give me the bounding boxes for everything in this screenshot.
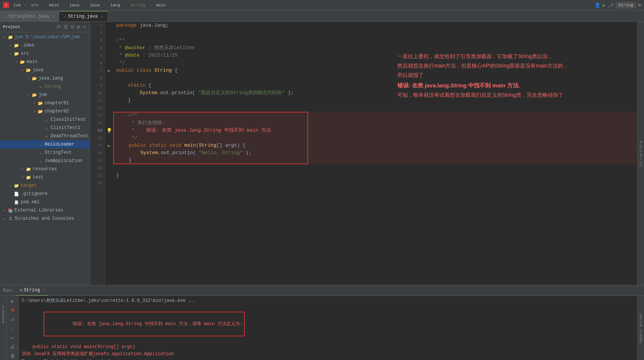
tree-item-classinit[interactable]: ☕ ClassInitTest bbox=[0, 116, 90, 124]
linenum-21: 21 bbox=[97, 172, 102, 179]
tree-item-target[interactable]: 📁 target bbox=[0, 182, 90, 190]
gutter-10 bbox=[105, 89, 113, 97]
gutter-21 bbox=[105, 172, 113, 179]
tree-item-extlibs[interactable]: 📚 External Libraries bbox=[0, 206, 90, 214]
sep5: › bbox=[104, 3, 106, 7]
gutter-4 bbox=[105, 44, 113, 52]
user-icon[interactable]: 👤 bbox=[595, 2, 601, 8]
tree-item-deadthread[interactable]: ☕ DeadThreadTest.java bbox=[0, 132, 90, 140]
tree-item-src[interactable]: 📁 src bbox=[0, 50, 90, 58]
gutter-6 bbox=[105, 59, 113, 67]
branch-badge[interactable]: String bbox=[616, 2, 636, 8]
linenum-9: 9 bbox=[100, 82, 102, 89]
java-icon-clinit: ☕ bbox=[43, 126, 49, 130]
gutter-7[interactable]: ▶ bbox=[105, 67, 113, 74]
tree-item-stringtest[interactable]: ☕ StringTest bbox=[0, 148, 90, 157]
sidebar-close-icon[interactable]: ✕ bbox=[82, 23, 87, 31]
clear-btn[interactable]: 🗑 bbox=[9, 352, 17, 360]
label-java: java bbox=[33, 68, 43, 73]
folder-icon-idea: 📁 bbox=[13, 43, 19, 48]
linenum-11: 11 bbox=[97, 97, 102, 104]
tree-item-clinit[interactable]: ☕ ClinitTest1 bbox=[0, 124, 90, 132]
bookmarks-vertical-tab[interactable]: Bookmarks bbox=[1, 305, 5, 323]
console-error-line: 错误: 在类 java.lang.String 中找不到 main 方法，请将 … bbox=[22, 304, 634, 344]
label-src: src bbox=[21, 51, 29, 56]
tab-label-1: StringTest.java bbox=[9, 14, 49, 19]
gutter-11 bbox=[105, 97, 113, 104]
arrow-src bbox=[7, 52, 13, 56]
mybatis-vertical-tab[interactable]: MyBatis Builder bbox=[637, 296, 644, 360]
menu-java1[interactable]: java bbox=[67, 2, 81, 8]
tree-item-helloloader[interactable]: ☕ HelloLoader bbox=[0, 140, 90, 148]
code-line-17: public static void main(String[] args) { bbox=[113, 142, 637, 149]
console-output: C:\Users\然然乐农Letitbe\.jdks\corretto-1.8.… bbox=[19, 296, 637, 360]
tree-item-gitignore[interactable]: 📄 .gitignore bbox=[0, 190, 90, 198]
sidebar-title: Project bbox=[3, 25, 20, 29]
arrow-jvm2 bbox=[25, 93, 31, 97]
structure-label: Structure bbox=[639, 141, 643, 166]
vcs-icon[interactable]: ⎇ bbox=[608, 2, 614, 8]
tab-string-test[interactable]: ☕ StringTest.java ✕ bbox=[0, 11, 59, 21]
main-area: Project ⟳ ☰ ⊟ ⚙ ✕ 📁 jvm D:\Java\idea\JVM… bbox=[0, 22, 644, 285]
wrap-btn[interactable]: ↩ bbox=[9, 334, 17, 342]
tab-close-2[interactable]: ✕ bbox=[101, 15, 103, 19]
code-content[interactable]: package java.lang; /** * @author : 然然乐农L… bbox=[113, 22, 637, 285]
bottom-tab-close[interactable]: ✕ bbox=[43, 288, 45, 292]
editor-tab-bar: ☕ StringTest.java ✕ ☕ String.java ✕ bbox=[0, 10, 644, 22]
run-btn[interactable]: ▶ bbox=[9, 297, 17, 305]
menu-lang[interactable]: lang bbox=[108, 2, 122, 8]
scroll-end-btn[interactable]: ↓ bbox=[9, 325, 17, 332]
sync-icon[interactable]: ⟳ bbox=[56, 23, 61, 31]
label-resources: resources bbox=[33, 166, 57, 172]
tree-item-resources[interactable]: 📁 resources bbox=[0, 165, 90, 173]
tree-item-pomxml[interactable]: 📋 pom.xml bbox=[0, 198, 90, 206]
arrow-test bbox=[19, 176, 25, 180]
tree-item-main[interactable]: 📂 main bbox=[0, 58, 90, 66]
linenum-14: 14 bbox=[97, 119, 102, 127]
tree-item-scratches[interactable]: 🗒 Scratches and Consoles bbox=[0, 214, 90, 223]
linenum-1: 1 bbox=[100, 22, 102, 29]
tree-item-jvm2[interactable]: 📂 jvm bbox=[0, 91, 90, 99]
console-error-text1: 错误: 在类 java.lang.String 中找不到 main 方法，请将 … bbox=[73, 321, 243, 327]
tree-item-jvmapp[interactable]: ☕ JvmApplication bbox=[0, 157, 90, 165]
console-error-box: 错误: 在类 java.lang.String 中找不到 main 方法，请将 … bbox=[43, 312, 245, 336]
expand-icon[interactable]: ⊞ bbox=[638, 2, 641, 8]
label-ch01: chapter01 bbox=[45, 100, 69, 106]
print-btn[interactable]: 🖨 bbox=[9, 343, 17, 351]
stop-btn[interactable]: ■ bbox=[9, 306, 17, 314]
gutter-3 bbox=[105, 37, 113, 44]
linenum-18: 18 bbox=[97, 149, 102, 157]
tab-string[interactable]: ☕ String.java ✕ bbox=[59, 11, 108, 21]
code-editor[interactable]: 1 2 3 4 5 6 7 8 9 10 11 12 13 14 15 16 1… bbox=[90, 22, 644, 285]
gutter-17[interactable]: ▶ bbox=[105, 142, 113, 149]
tree-item-ch01[interactable]: 📂 chapter01 bbox=[0, 99, 90, 107]
tab-java-icon-2: ☕ bbox=[64, 14, 66, 19]
menu-jvm[interactable]: jvm bbox=[11, 2, 22, 8]
collapse-icon[interactable]: ⊟ bbox=[70, 23, 75, 31]
linenum-12: 12 bbox=[97, 104, 102, 112]
code-line-19: } bbox=[113, 157, 637, 164]
structure-handle[interactable]: Structure bbox=[637, 22, 644, 285]
tree-item-string-file[interactable]: ☕ String bbox=[0, 82, 90, 91]
menu-main-method[interactable]: main bbox=[154, 2, 168, 8]
menu-string[interactable]: String bbox=[129, 2, 147, 8]
linenum-5: 5 bbox=[100, 52, 102, 59]
tab-close-1[interactable]: ✕ bbox=[52, 15, 54, 19]
menu-main[interactable]: main bbox=[47, 2, 61, 8]
tree-item-jvm[interactable]: 📁 jvm D:\Java\idea\JVM\jvm bbox=[0, 33, 90, 41]
rerun-btn[interactable]: ↺ bbox=[9, 316, 17, 323]
tree-item-test[interactable]: 📁 test bbox=[0, 173, 90, 182]
list-icon[interactable]: ☰ bbox=[63, 23, 69, 31]
menu-java2[interactable]: java bbox=[88, 2, 102, 8]
menu-src[interactable]: src bbox=[29, 2, 40, 8]
code-line-11: } bbox=[113, 97, 637, 104]
label-stringtest: StringTest bbox=[45, 150, 72, 155]
run-config-icon[interactable]: ▶ bbox=[603, 2, 606, 8]
tree-item-java[interactable]: 📂 java bbox=[0, 66, 90, 74]
tree-item-idea[interactable]: 📁 .idea bbox=[0, 41, 90, 50]
tree-item-javalang[interactable]: 📂 java.lang bbox=[0, 74, 90, 82]
bottom-tab-string[interactable]: ■ String ✕ bbox=[16, 285, 48, 296]
tree-item-ch02[interactable]: 📂 chapter02 bbox=[0, 107, 90, 116]
gutter-15: 💡 bbox=[105, 127, 113, 134]
settings-icon[interactable]: ⚙ bbox=[76, 23, 81, 31]
